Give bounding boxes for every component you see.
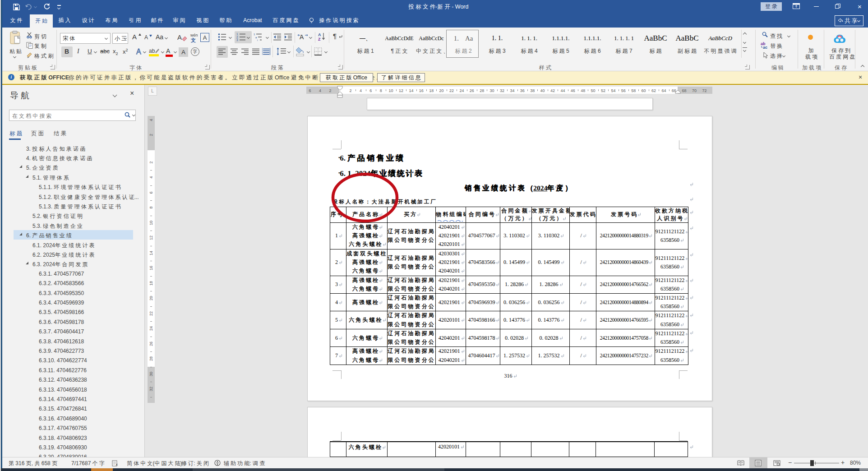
svg-text:ab: ab [149, 48, 155, 54]
svg-text:3: 3 [236, 38, 238, 41]
svg-text:A: A [177, 33, 182, 41]
svg-text:Z: Z [318, 37, 321, 42]
svg-text:文: 文 [190, 37, 196, 43]
svg-text:wén: wén [190, 33, 198, 37]
svg-text:A: A [300, 33, 304, 41]
svg-text:a: a [255, 36, 257, 39]
svg-text:A: A [166, 47, 171, 55]
svg-text:1: 1 [254, 33, 255, 36]
svg-text:×: × [115, 462, 118, 466]
svg-text:A: A [318, 32, 321, 37]
svg-text:ac: ac [763, 45, 767, 49]
svg-text:A: A [136, 48, 141, 55]
svg-text:i: i [257, 39, 258, 41]
